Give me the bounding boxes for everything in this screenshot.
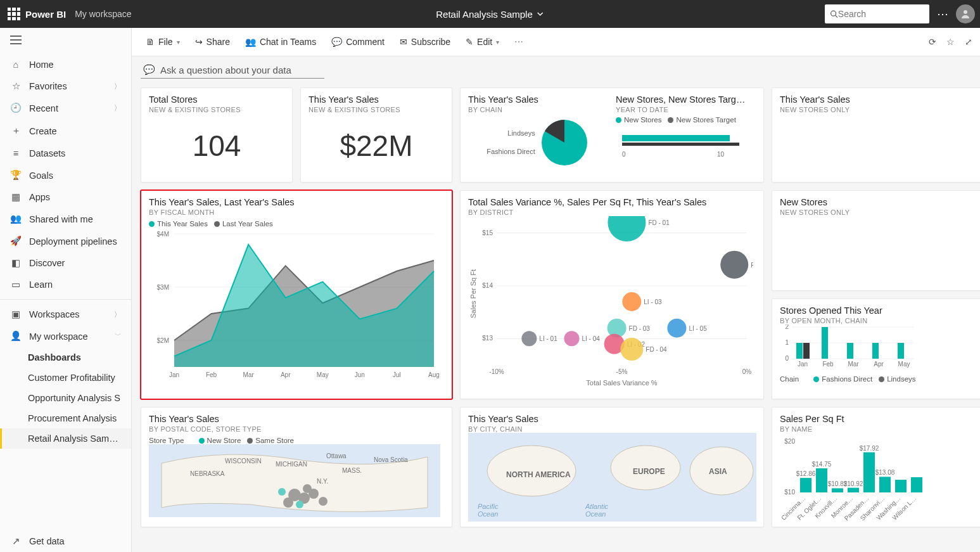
tile-sales-per-sqft[interactable]: Sales Per Sq Ft BY NAME $10$20$12.86Cinc… <box>772 407 980 527</box>
svg-text:Jun: Jun <box>355 371 365 378</box>
svg-rect-61 <box>803 343 810 359</box>
cmd-more[interactable]: ⋯ <box>508 33 530 51</box>
svg-text:Aug: Aug <box>428 371 440 378</box>
svg-text:2: 2 <box>785 324 789 330</box>
svg-text:May: May <box>898 361 910 368</box>
search-input[interactable] <box>825 4 929 23</box>
nav-pipelines[interactable]: 🚀Deployment pipelines <box>0 230 131 252</box>
nav-recent[interactable]: 🕘Recent〉 <box>0 97 131 119</box>
subnav-customer-profitability[interactable]: Customer Profitability <box>0 368 131 388</box>
qna-input[interactable]: 💬 Ask a question about your data <box>141 61 324 79</box>
comment-icon: 💬 <box>331 37 342 47</box>
svg-rect-69 <box>872 343 879 359</box>
nav-myworkspace[interactable]: 👤My workspace〉 <box>0 325 131 347</box>
svg-text:$13: $13 <box>482 335 493 342</box>
nav-learn[interactable]: ▭Learn <box>0 274 131 295</box>
home-icon: ⌂ <box>10 60 22 70</box>
tile-stores-opened[interactable]: Stores Opened This Year BY OPEN MONTH, C… <box>772 298 980 399</box>
main-area: 🗎File▾ ↪Share 👥Chat in Teams 💬Comment ✉S… <box>132 28 980 552</box>
kpi-value: 10 <box>780 231 980 266</box>
nav-shared[interactable]: 👥Shared with me <box>0 208 131 230</box>
tile-sales-by-city[interactable]: This Year's Sales BY CITY, CHAIN NORTH A… <box>460 407 764 527</box>
more-icon[interactable]: ⋯ <box>934 7 951 21</box>
svg-text:$4M: $4M <box>157 231 169 238</box>
svg-text:$10.92: $10.92 <box>844 480 863 487</box>
share-icon: 👥 <box>10 214 22 224</box>
svg-text:Apr: Apr <box>874 361 884 368</box>
nav-getdata[interactable]: ↗Get data <box>0 530 131 552</box>
kpi-value: $2M <box>780 129 980 163</box>
svg-text:Ottawa: Ottawa <box>326 453 347 459</box>
tile-new-stores-target[interactable]: New Stores, New Stores Targ… YEAR TO DAT… <box>616 94 756 176</box>
workspace-label[interactable]: My workspace <box>75 9 131 19</box>
cmd-file[interactable]: 🗎File▾ <box>139 33 186 51</box>
svg-point-2 <box>964 10 967 14</box>
search-field[interactable] <box>838 9 924 19</box>
chat-icon: 💬 <box>143 64 155 75</box>
nav-create[interactable]: ＋Create <box>0 119 131 143</box>
subnav-opportunity-analysis[interactable]: Opportunity Analysis S <box>0 388 131 408</box>
tile-total-stores[interactable]: Total Stores NEW & EXISTING STORES 104 <box>141 87 293 183</box>
chevron-down-icon: 〉 <box>113 333 122 340</box>
plus-icon: ＋ <box>10 125 22 137</box>
nav-home[interactable]: ⌂Home <box>0 54 131 75</box>
area-chart: $2M$3M$4MJanFebMarAprMayJunJulAug <box>149 228 440 386</box>
subnav-procurement-analysis[interactable]: Procurement Analysis <box>0 408 131 428</box>
svg-text:May: May <box>317 371 329 378</box>
svg-text:$2M: $2M <box>157 337 169 344</box>
app-launcher-icon[interactable] <box>8 8 20 20</box>
teams-icon: 👥 <box>245 37 256 47</box>
tile-variance-scatter[interactable]: Total Sales Variance %, Sales Per Sq Ft,… <box>460 190 764 399</box>
svg-text:0%: 0% <box>742 368 752 375</box>
tile-sales-by-month[interactable]: This Year's Sales, Last Year's Sales BY … <box>141 190 452 399</box>
svg-text:$14: $14 <box>482 282 493 289</box>
refresh-icon[interactable]: ⟳ <box>929 37 936 47</box>
favorite-icon[interactable]: ☆ <box>946 37 955 47</box>
cmd-chat-teams[interactable]: 👥Chat in Teams <box>239 33 322 51</box>
svg-text:$15: $15 <box>482 229 493 236</box>
svg-point-40 <box>622 292 641 311</box>
download-icon: ↗ <box>10 536 22 546</box>
nav-workspaces[interactable]: ▣Workspaces〉 <box>0 304 131 325</box>
tile-sales-by-chain[interactable]: This Year's Sales BY CHAIN Lindseys Fash… <box>468 94 608 176</box>
subnav-dashboards[interactable]: Dashboards <box>0 347 131 368</box>
svg-text:EUROPE: EUROPE <box>633 467 665 476</box>
workspace-icon: ▣ <box>10 309 22 319</box>
svg-point-42 <box>667 319 686 338</box>
svg-text:Jan: Jan <box>798 361 808 368</box>
nav-discover[interactable]: ◧Discover <box>0 252 131 274</box>
svg-text:Atlantic: Atlantic <box>585 503 609 510</box>
tile-sales-by-postal[interactable]: This Year's Sales BY POSTAL CODE, STORE … <box>141 407 452 527</box>
nav-toggle[interactable] <box>0 28 131 54</box>
svg-text:LI - 01: LI - 01 <box>539 335 557 342</box>
svg-text:$3M: $3M <box>157 284 169 291</box>
svg-rect-8 <box>622 143 739 146</box>
tile-new-stores-count[interactable]: New Stores NEW STORES ONLY 10 <box>772 190 980 291</box>
user-avatar[interactable] <box>956 4 975 23</box>
kpi-value: 104 <box>149 129 284 163</box>
subnav-retail-analysis[interactable]: Retail Analysis Sample <box>0 428 131 449</box>
svg-point-36 <box>608 216 646 241</box>
cmd-share[interactable]: ↪Share <box>189 33 236 51</box>
brand-label: Power BI <box>25 9 66 20</box>
svg-text:$17.92: $17.92 <box>860 445 879 452</box>
share-icon: ↪ <box>195 37 203 47</box>
tile-sales-new-stores[interactable]: This Year's Sales NEW STORES ONLY $2M <box>772 87 980 183</box>
nav-goals[interactable]: 🏆Goals <box>0 164 131 186</box>
svg-point-93 <box>303 484 312 493</box>
chevron-down-icon: ▾ <box>496 39 499 46</box>
fullscreen-icon[interactable]: ⤢ <box>965 37 972 47</box>
nav-apps[interactable]: ▦Apps <box>0 186 131 208</box>
page-title[interactable]: Retail Analysis Sample <box>436 9 544 20</box>
cmd-edit[interactable]: ✎Edit▾ <box>459 33 506 51</box>
tile-sales-total[interactable]: This Year's Sales NEW & EXISTING STORES … <box>300 87 452 183</box>
nav-favorites[interactable]: ☆Favorites〉 <box>0 75 131 97</box>
svg-text:10: 10 <box>717 151 725 158</box>
nav-datasets[interactable]: ≡Datasets <box>0 143 131 164</box>
cmd-subscribe[interactable]: ✉Subscribe <box>393 33 457 51</box>
svg-rect-7 <box>622 135 730 141</box>
cmd-comment[interactable]: 💬Comment <box>325 33 391 51</box>
tile-stack-right: New Stores NEW STORES ONLY 10 Stores Ope… <box>772 190 980 399</box>
svg-text:LI - 03: LI - 03 <box>644 298 662 305</box>
svg-rect-130 <box>911 477 922 492</box>
